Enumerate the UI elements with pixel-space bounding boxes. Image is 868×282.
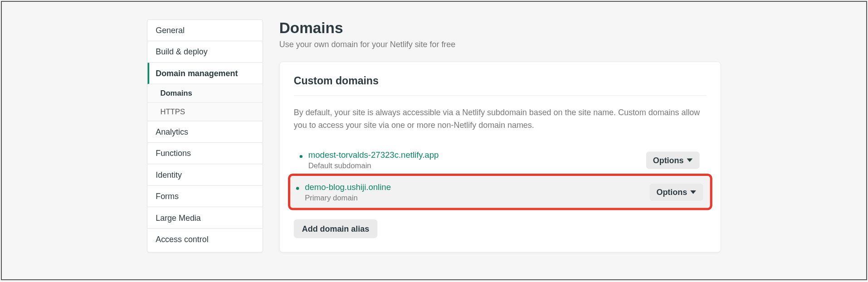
domain-list: modest-torvalds-27323c.netlify.app Defau… [294,144,707,208]
domain-text: modest-torvalds-27323c.netlify.app Defau… [308,150,646,170]
options-label: Options [656,187,687,196]
domain-sublabel: Primary domain [305,194,649,202]
sidebar-item-general[interactable]: General [147,20,262,41]
sidebar-item-analytics[interactable]: Analytics [147,122,262,143]
card-description: By default, your site is always accessib… [294,106,707,131]
options-label: Options [653,156,684,165]
sidebar-subitem-https[interactable]: HTTPS [147,103,262,122]
sidebar-item-large-media[interactable]: Large Media [147,207,262,229]
domain-link[interactable]: demo-blog.ushiji.online [305,183,391,192]
sidebar: General Build & deploy Domain management… [147,19,263,253]
sidebar-item-functions[interactable]: Functions [147,143,262,164]
custom-domains-card: Custom domains By default, your site is … [279,62,721,253]
domain-sublabel: Default subdomain [308,161,646,170]
sidebar-item-identity[interactable]: Identity [147,164,262,185]
chevron-down-icon [690,190,696,194]
sidebar-item-forms[interactable]: Forms [147,186,262,207]
card-title: Custom domains [294,75,707,96]
domain-link[interactable]: modest-torvalds-27323c.netlify.app [308,151,439,160]
bullet-icon [300,155,302,158]
sidebar-item-build-deploy[interactable]: Build & deploy [147,41,262,63]
sidebar-item-domain-management[interactable]: Domain management [147,63,262,84]
domain-row-default: modest-torvalds-27323c.netlify.app Defau… [294,144,707,176]
options-button[interactable]: Options [649,183,703,200]
bullet-icon [296,187,299,190]
domain-row-primary: demo-blog.ushiji.online Primary domain O… [290,176,710,208]
domain-text: demo-blog.ushiji.online Primary domain [305,182,649,202]
chevron-down-icon [687,158,692,162]
page-title: Domains [279,19,721,37]
sidebar-subitem-domains[interactable]: Domains [147,84,262,103]
sidebar-item-access-control[interactable]: Access control [147,229,262,249]
main-content: Domains Use your own domain for your Net… [279,19,721,253]
page-subtitle: Use your own domain for your Netlify sit… [279,39,721,49]
options-button[interactable]: Options [646,151,699,169]
add-domain-alias-button[interactable]: Add domain alias [294,219,377,238]
